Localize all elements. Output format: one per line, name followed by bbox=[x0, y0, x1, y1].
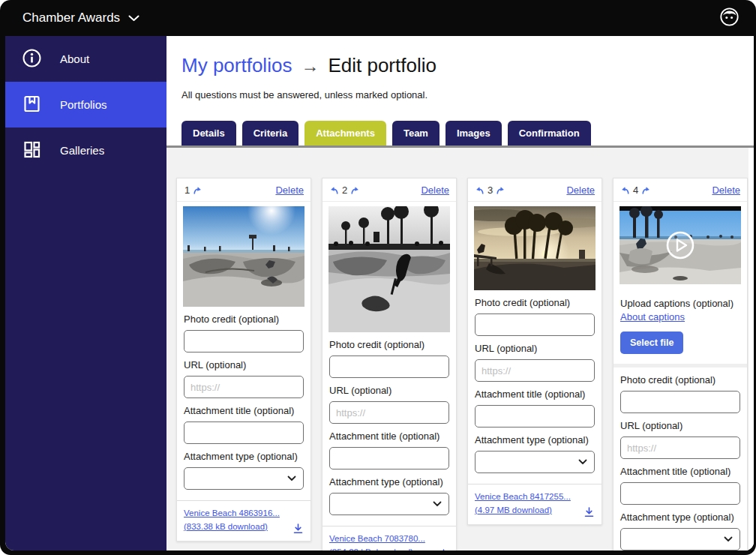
sidebar-item-portfolios[interactable]: Portfolios bbox=[5, 82, 166, 128]
url-label: URL (optional) bbox=[620, 420, 740, 431]
org-switcher[interactable]: Chamber Awards bbox=[22, 10, 140, 26]
attachment-title-input[interactable] bbox=[475, 405, 595, 428]
photo-credit-input[interactable] bbox=[184, 330, 304, 352]
url-input[interactable] bbox=[620, 436, 740, 459]
top-bar: Chamber Awards bbox=[0, 0, 756, 36]
attachment-type-label: Attachment type (optional) bbox=[184, 451, 304, 462]
account-avatar-icon[interactable] bbox=[719, 7, 740, 30]
breadcrumb-arrow: → bbox=[301, 56, 319, 76]
move-left-icon[interactable] bbox=[620, 186, 630, 195]
tab-bar: Details Criteria Attachments Team Images… bbox=[166, 121, 754, 148]
download-icon[interactable] bbox=[292, 524, 304, 534]
page-title: Edit portfolio bbox=[328, 54, 436, 77]
attachment-type-label: Attachment type (optional) bbox=[620, 512, 740, 523]
attachment-order-number: 3 bbox=[487, 184, 494, 196]
captions-section: Upload captions (optional) About caption… bbox=[614, 291, 747, 368]
photo-credit-label: Photo credit (optional) bbox=[620, 374, 740, 386]
tab-team[interactable]: Team bbox=[392, 121, 440, 146]
sidebar-item-label: About bbox=[60, 52, 89, 65]
attachment-thumbnail-photo bbox=[183, 206, 304, 307]
photo-credit-label: Photo credit (optional) bbox=[329, 339, 449, 350]
info-icon bbox=[22, 48, 42, 70]
attachment-thumbnail-photo bbox=[328, 206, 450, 332]
photo-credit-input[interactable] bbox=[475, 314, 595, 336]
attachment-type-select[interactable] bbox=[475, 451, 595, 473]
attachment-title-label: Attachment title (optional) bbox=[184, 405, 304, 416]
attachment-order-number: 2 bbox=[341, 184, 348, 196]
url-input[interactable] bbox=[329, 401, 449, 424]
sidebar-item-label: Portfolios bbox=[60, 98, 107, 111]
attachment-card-1: 1 Delete bbox=[176, 178, 311, 542]
attachment-title-input[interactable] bbox=[620, 482, 740, 505]
attachment-thumbnail-photo bbox=[474, 206, 596, 290]
chevron-down-icon bbox=[724, 536, 733, 542]
chevron-down-icon bbox=[578, 459, 587, 465]
url-input[interactable] bbox=[184, 376, 304, 398]
attachment-file-link[interactable]: Venice Beach 4863916... (833.38 kB downl… bbox=[184, 507, 280, 534]
grid-icon bbox=[22, 140, 42, 162]
move-right-icon[interactable] bbox=[350, 186, 360, 195]
move-left-icon[interactable] bbox=[475, 186, 484, 195]
attachment-type-select[interactable] bbox=[620, 528, 740, 550]
attachment-card-3: 3 Delete bbox=[467, 178, 602, 525]
tab-images[interactable]: Images bbox=[446, 121, 502, 146]
attachment-title-label: Attachment title (optional) bbox=[329, 430, 449, 442]
chevron-down-icon bbox=[128, 10, 140, 26]
tab-details[interactable]: Details bbox=[182, 121, 236, 146]
sidebar: About Portfolios bbox=[5, 36, 166, 550]
bookmark-icon bbox=[22, 94, 42, 116]
attachments-panel: 1 Delete bbox=[166, 148, 754, 550]
attachment-thumbnail-video[interactable] bbox=[620, 206, 741, 284]
url-label: URL (optional) bbox=[329, 385, 449, 396]
delete-attachment-link[interactable]: Delete bbox=[712, 184, 740, 196]
attachment-card-2: 2 Delete bbox=[322, 178, 457, 550]
download-icon[interactable] bbox=[438, 549, 449, 550]
chevron-down-icon bbox=[287, 476, 296, 482]
photo-credit-label: Photo credit (optional) bbox=[184, 314, 304, 325]
attachment-title-input[interactable] bbox=[329, 447, 449, 470]
sidebar-item-about[interactable]: About bbox=[5, 36, 166, 82]
attachment-type-label: Attachment type (optional) bbox=[329, 476, 449, 488]
attachment-title-input[interactable] bbox=[184, 422, 304, 444]
attachment-file-link[interactable]: Venice Beach 8417255... (4.97 MB downloa… bbox=[475, 490, 571, 518]
attachment-type-select[interactable] bbox=[329, 493, 449, 515]
delete-attachment-link[interactable]: Delete bbox=[566, 184, 595, 196]
download-icon[interactable] bbox=[584, 507, 595, 518]
photo-credit-label: Photo credit (optional) bbox=[475, 297, 595, 308]
move-right-icon[interactable] bbox=[496, 186, 506, 195]
url-input[interactable] bbox=[475, 359, 595, 382]
tab-attachments[interactable]: Attachments bbox=[304, 121, 386, 146]
about-captions-link[interactable]: About captions bbox=[620, 311, 685, 322]
sidebar-item-galleries[interactable]: Galleries bbox=[5, 128, 166, 173]
instructions-note: All questions must be answered, unless m… bbox=[182, 89, 754, 100]
select-file-button[interactable]: Select file bbox=[620, 332, 683, 354]
breadcrumb: My portfolios → Edit portfolio bbox=[182, 54, 754, 77]
attachment-type-select[interactable] bbox=[184, 467, 304, 490]
page-header: My portfolios → Edit portfolio All quest… bbox=[166, 36, 754, 100]
attachment-file-link[interactable]: Venice Beach 7083780... (854.22 kB downl… bbox=[329, 532, 425, 550]
delete-attachment-link[interactable]: Delete bbox=[275, 184, 304, 196]
breadcrumb-my-portfolios-link[interactable]: My portfolios bbox=[182, 54, 292, 77]
url-label: URL (optional) bbox=[184, 359, 304, 370]
url-label: URL (optional) bbox=[475, 343, 595, 354]
tab-confirmation[interactable]: Confirmation bbox=[508, 121, 591, 146]
photo-credit-input[interactable] bbox=[329, 356, 449, 378]
tab-criteria[interactable]: Criteria bbox=[242, 121, 299, 146]
move-right-icon[interactable] bbox=[641, 186, 651, 195]
attachment-order-number: 4 bbox=[632, 184, 639, 196]
scrollbar-track[interactable] bbox=[748, 148, 754, 550]
play-icon[interactable] bbox=[665, 230, 695, 260]
upload-captions-label: Upload captions (optional) bbox=[620, 298, 740, 309]
attachment-title-label: Attachment title (optional) bbox=[475, 388, 595, 400]
attachment-order-number: 1 bbox=[184, 184, 190, 196]
sidebar-item-label: Galleries bbox=[60, 144, 104, 157]
attachment-title-label: Attachment title (optional) bbox=[620, 466, 740, 477]
org-title: Chamber Awards bbox=[22, 10, 120, 26]
photo-credit-input[interactable] bbox=[620, 391, 740, 413]
move-left-icon[interactable] bbox=[329, 186, 339, 195]
app-window: Chamber Awards bbox=[0, 0, 756, 555]
attachment-type-label: Attachment type (optional) bbox=[475, 434, 595, 446]
chevron-down-icon bbox=[433, 501, 442, 507]
delete-attachment-link[interactable]: Delete bbox=[421, 184, 449, 196]
move-right-icon[interactable] bbox=[193, 186, 202, 195]
